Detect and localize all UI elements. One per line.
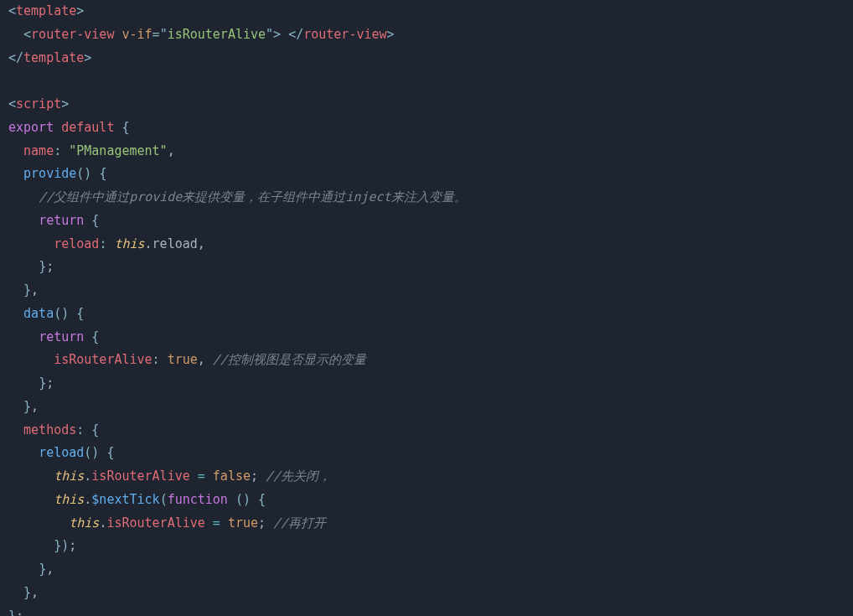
code-line: this.isRouterAlive = false; //先关闭，: [8, 468, 331, 484]
code-line: },: [8, 282, 39, 298]
code-line: },: [8, 562, 54, 577]
code-line: };: [8, 259, 54, 274]
code-line: isRouterAlive: true, //控制视图是否显示的变量: [8, 352, 366, 367]
code-line: return {: [8, 329, 99, 344]
code-line: export default {: [8, 120, 130, 135]
code-line: </template>: [8, 50, 91, 65]
code-line: });: [8, 538, 76, 553]
code-line: provide() {: [8, 166, 106, 181]
code-line: this.isRouterAlive = true; //再打开: [8, 515, 326, 531]
code-line: },: [8, 399, 39, 414]
code-line: <template>: [8, 3, 84, 18]
code-line: methods: {: [8, 422, 99, 437]
code-line: name: "PManagement",: [8, 143, 175, 158]
code-line: },: [8, 585, 39, 600]
code-line: <router-view v-if="isRouterAlive"> </rou…: [8, 27, 395, 42]
code-line: };: [8, 608, 23, 617]
code-line: data() {: [8, 306, 84, 321]
code-block: <template> <router-view v-if="isRouterAl…: [0, 0, 853, 616]
code-line: reload() {: [8, 445, 114, 460]
code-line: return {: [8, 213, 99, 228]
code-line: reload: this.reload,: [8, 236, 205, 251]
code-line: //父组件中通过provide来提供变量，在子组件中通过inject来注入变量。: [8, 189, 467, 204]
code-line: <script>: [8, 96, 69, 111]
code-line: };: [8, 375, 54, 391]
code-line: this.$nextTick(function () {: [8, 492, 266, 507]
